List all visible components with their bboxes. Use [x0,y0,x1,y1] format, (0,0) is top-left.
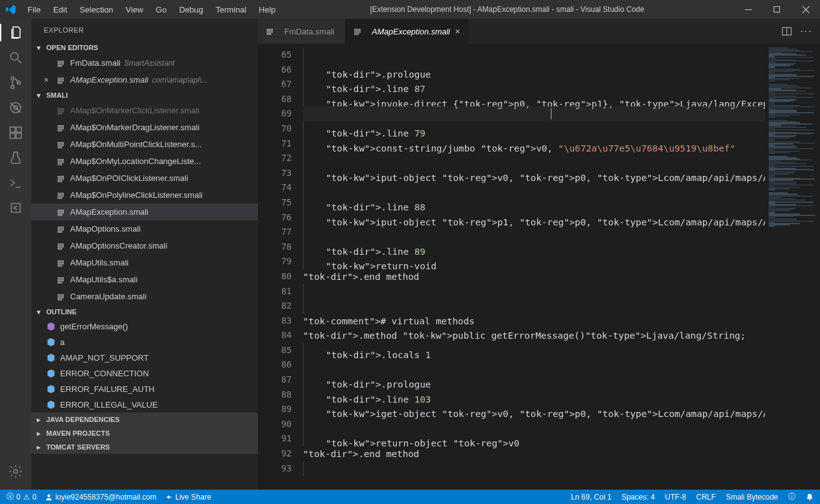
open-editor-path: com\amap\api\... [152,76,208,85]
file-icon [56,174,66,183]
outline-item[interactable]: ERROR_ILLEGAL_VALUE [31,397,258,413]
code-content[interactable]: "tok-dir">.prologue "tok-dir">.line 87 "… [303,44,820,490]
liveshare-icon[interactable] [7,199,24,217]
file-item[interactable]: AMap$OnPOIClickListener.smali [31,170,258,187]
menu-selection[interactable]: Selection [74,3,118,17]
outline-item[interactable]: ERROR_FAILURE_AUTH [31,381,258,397]
more-actions-icon[interactable]: ··· [801,26,812,37]
editor-tab[interactable]: FmData.smali [258,19,346,44]
svg-rect-25 [58,142,64,143]
maximize-button[interactable] [762,0,791,19]
project-section-header[interactable]: ▾ SMALI [31,88,258,102]
minimize-button[interactable] [734,0,762,19]
file-item[interactable]: AMapOptionsCreator.smali [31,237,258,254]
section-java-dependencies[interactable]: ▸JAVA DEPENDENCIES [31,413,258,426]
file-item[interactable]: AMapOptions.smali [31,220,258,237]
file-item[interactable]: AMap$OnMarkerDragListener.smali [31,119,258,136]
svg-rect-57 [267,34,271,35]
language-mode[interactable]: Smali Bytecode [726,493,778,501]
liveshare-label: Live Share [175,493,211,501]
editor-area: FmData.smaliAMapException.smali× ··· 656… [258,19,820,490]
section-maven-projects[interactable]: ▸MAVEN PROJECTS [31,426,258,440]
liveshare-icon [165,493,173,501]
open-editors-header[interactable]: ▾ OPEN EDITORS [31,41,258,54]
open-editor-filename: FmData.smali [70,58,120,68]
svg-rect-36 [58,197,62,198]
outline-item[interactable]: a [31,334,258,350]
file-item[interactable]: CameraUpdate.smali [31,288,258,305]
menu-view[interactable]: View [121,3,148,17]
source-control-icon[interactable] [7,74,24,91]
file-icon [56,191,66,200]
debug-icon[interactable] [7,99,24,116]
menu-help[interactable]: Help [254,3,281,17]
menu-terminal[interactable]: Terminal [210,3,251,17]
svg-rect-48 [58,265,62,266]
menu-file[interactable]: File [23,3,46,17]
file-name: AMap$OnMultiPointClickListener.s... [70,140,202,149]
account-status[interactable]: loyie924558375@hotmail.com [45,493,156,501]
svg-rect-41 [58,229,64,230]
encoding-status[interactable]: UTF-8 [665,493,686,501]
file-name: AMap$OnPolylineClickListener.smali [70,190,203,200]
svg-rect-11 [16,127,21,132]
liveshare-status[interactable]: Live Share [165,493,211,501]
outline-item[interactable]: getErrorMessage() [31,319,258,334]
file-item[interactable]: AMap$OnMarkerClickListener.smali [31,102,258,119]
svg-rect-17 [58,80,64,81]
svg-point-4 [11,86,14,89]
section-label: TOMCAT SERVERS [46,443,110,451]
warning-icon: ⚠ [23,493,30,501]
split-editor-icon[interactable] [782,26,792,36]
remote-icon[interactable] [7,174,24,192]
svg-rect-28 [58,159,64,160]
outline-label: ERROR_ILLEGAL_VALUE [60,400,158,409]
minimap[interactable] [765,44,820,490]
outline-header[interactable]: ▾ OUTLINE [31,305,258,319]
extensions-icon[interactable] [7,124,24,141]
menu-debug[interactable]: Debug [174,3,208,17]
chevron-right-icon: ▸ [34,429,44,438]
file-item[interactable]: AMap$OnMultiPointClickListener.s... [31,136,258,153]
svg-rect-10 [16,133,21,138]
close-button[interactable] [791,0,820,19]
svg-rect-56 [267,31,273,33]
eol-status[interactable]: CRLF [696,493,715,501]
close-icon[interactable]: × [455,26,460,36]
file-item[interactable]: AMapUtils.smali [31,254,258,271]
file-item[interactable]: AMapException.smali [31,203,258,220]
svg-rect-58 [355,29,361,31]
menu-go[interactable]: Go [151,3,172,17]
close-icon[interactable]: × [44,75,54,85]
indentation-status[interactable]: Spaces: 4 [622,493,655,501]
window-controls [734,0,820,19]
svg-rect-27 [58,147,62,148]
file-name: AMapUtils$a.smali [70,275,138,284]
testing-icon[interactable] [7,149,24,167]
explorer-icon[interactable] [0,24,31,41]
chevron-right-icon: ▸ [34,443,44,451]
editor-tabs: FmData.smaliAMapException.smali× ··· [258,19,820,44]
svg-rect-34 [58,193,64,194]
notifications-icon[interactable] [806,493,814,501]
settings-gear-icon[interactable] [7,463,24,480]
file-item[interactable]: AMapUtils$a.smali [31,271,258,288]
symbol-field-icon [45,399,56,411]
section-tomcat-servers[interactable]: ▸TOMCAT SERVERS [31,440,258,454]
editor-tab[interactable]: AMapException.smali× [346,19,468,44]
menu-bar: FileEditSelectionViewGoDebugTerminalHelp [23,3,280,17]
open-editor-item[interactable]: ×AMapException.smalicom\amap\api\... [31,71,258,88]
open-editor-item[interactable]: ×FmData.smaliSmartAssistant [31,54,258,71]
file-item[interactable]: AMap$OnPolylineClickListener.smali [31,187,258,203]
editor-body[interactable]: 6566676869707172737475767778798081828384… [258,44,820,490]
cursor-position[interactable]: Ln 69, Col 1 [571,493,612,501]
problems-status[interactable]: ⓧ0 ⚠0 [6,491,36,502]
svg-rect-23 [58,128,64,129]
outline-item[interactable]: AMAP_NOT_SUPPORT [31,350,258,366]
svg-rect-45 [58,248,62,249]
outline-item[interactable]: ERROR_CONNECTION [31,366,258,381]
menu-edit[interactable]: Edit [48,3,72,17]
file-item[interactable]: AMap$OnMyLocationChangeListe... [31,153,258,170]
search-icon[interactable] [7,49,24,66]
feedback-icon[interactable]: ⓘ [788,491,796,502]
